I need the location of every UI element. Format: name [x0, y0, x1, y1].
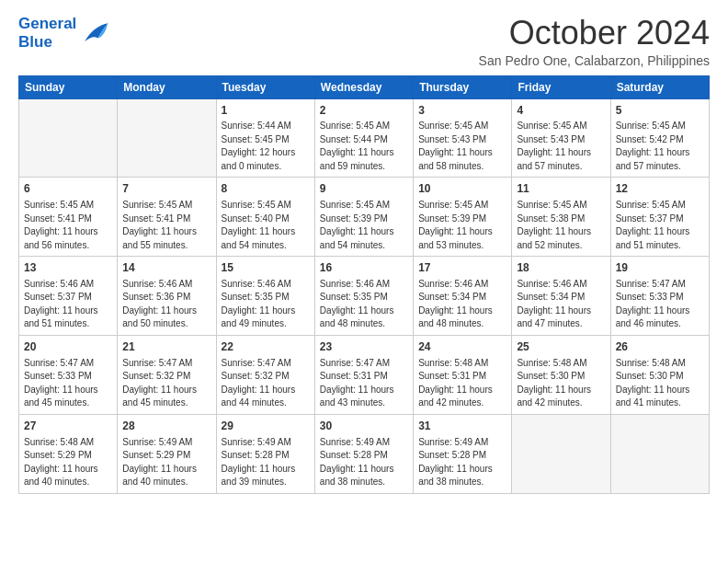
table-row: 6Sunrise: 5:45 AM Sunset: 5:41 PM Daylig…: [19, 178, 118, 257]
table-row: [610, 414, 709, 493]
day-info: Sunrise: 5:48 AM Sunset: 5:30 PM Dayligh…: [517, 357, 605, 410]
logo: General Blue: [18, 15, 111, 51]
day-info: Sunrise: 5:45 AM Sunset: 5:39 PM Dayligh…: [320, 199, 408, 252]
table-row: 5Sunrise: 5:45 AM Sunset: 5:42 PM Daylig…: [610, 98, 709, 178]
table-row: 11Sunrise: 5:45 AM Sunset: 5:38 PM Dayli…: [512, 178, 610, 257]
day-info: Sunrise: 5:46 AM Sunset: 5:36 PM Dayligh…: [122, 278, 210, 331]
day-info: Sunrise: 5:46 AM Sunset: 5:35 PM Dayligh…: [222, 278, 310, 331]
day-number: 4: [517, 103, 605, 119]
day-number: 27: [24, 419, 112, 434]
page-header: General Blue October 2024 San Pedro One,…: [18, 15, 710, 68]
table-row: 4Sunrise: 5:45 AM Sunset: 5:43 PM Daylig…: [512, 98, 610, 178]
day-number: 16: [320, 260, 408, 276]
day-number: 22: [222, 339, 310, 355]
day-number: 21: [122, 339, 210, 355]
calendar-table: Sunday Monday Tuesday Wednesday Thursday…: [18, 75, 710, 494]
table-row: [19, 98, 118, 178]
col-wednesday: Wednesday: [314, 75, 413, 98]
day-info: Sunrise: 5:47 AM Sunset: 5:33 PM Dayligh…: [616, 278, 704, 331]
day-number: 23: [320, 339, 408, 355]
day-info: Sunrise: 5:44 AM Sunset: 5:45 PM Dayligh…: [222, 120, 310, 173]
col-monday: Monday: [118, 75, 216, 98]
calendar-week-row: 13Sunrise: 5:46 AM Sunset: 5:37 PM Dayli…: [19, 257, 710, 336]
table-row: [512, 414, 610, 493]
table-row: 31Sunrise: 5:49 AM Sunset: 5:28 PM Dayli…: [414, 414, 512, 493]
calendar-week-row: 1Sunrise: 5:44 AM Sunset: 5:45 PM Daylig…: [19, 98, 710, 178]
day-number: 2: [320, 103, 408, 119]
day-number: 1: [222, 103, 310, 119]
day-number: 5: [616, 103, 704, 119]
table-row: 3Sunrise: 5:45 AM Sunset: 5:43 PM Daylig…: [414, 98, 512, 178]
day-number: 24: [418, 339, 506, 355]
day-info: Sunrise: 5:47 AM Sunset: 5:32 PM Dayligh…: [222, 357, 310, 410]
title-block: October 2024 San Pedro One, Calabarzon, …: [479, 15, 710, 68]
calendar-week-row: 27Sunrise: 5:48 AM Sunset: 5:29 PM Dayli…: [19, 414, 710, 493]
day-info: Sunrise: 5:47 AM Sunset: 5:31 PM Dayligh…: [320, 357, 408, 410]
table-row: 27Sunrise: 5:48 AM Sunset: 5:29 PM Dayli…: [19, 414, 118, 493]
month-title: October 2024: [479, 15, 710, 52]
day-info: Sunrise: 5:45 AM Sunset: 5:44 PM Dayligh…: [320, 120, 408, 173]
day-info: Sunrise: 5:46 AM Sunset: 5:37 PM Dayligh…: [24, 278, 112, 331]
day-number: 11: [517, 181, 605, 197]
day-number: 28: [122, 419, 210, 434]
day-number: 25: [517, 339, 605, 355]
col-tuesday: Tuesday: [216, 75, 314, 98]
table-row: 23Sunrise: 5:47 AM Sunset: 5:31 PM Dayli…: [314, 335, 413, 414]
day-info: Sunrise: 5:45 AM Sunset: 5:42 PM Dayligh…: [616, 120, 704, 173]
table-row: 26Sunrise: 5:48 AM Sunset: 5:30 PM Dayli…: [610, 335, 709, 414]
logo-bird-icon: [78, 17, 111, 50]
table-row: 7Sunrise: 5:45 AM Sunset: 5:41 PM Daylig…: [118, 178, 216, 257]
day-number: 17: [418, 260, 506, 276]
day-number: 13: [24, 260, 112, 276]
table-row: 21Sunrise: 5:47 AM Sunset: 5:32 PM Dayli…: [118, 335, 216, 414]
day-number: 19: [616, 260, 704, 276]
day-info: Sunrise: 5:49 AM Sunset: 5:29 PM Dayligh…: [122, 436, 210, 489]
day-info: Sunrise: 5:45 AM Sunset: 5:38 PM Dayligh…: [517, 199, 605, 252]
day-info: Sunrise: 5:45 AM Sunset: 5:41 PM Dayligh…: [122, 199, 210, 252]
table-row: 14Sunrise: 5:46 AM Sunset: 5:36 PM Dayli…: [118, 257, 216, 336]
day-info: Sunrise: 5:45 AM Sunset: 5:41 PM Dayligh…: [24, 199, 112, 252]
day-info: Sunrise: 5:45 AM Sunset: 5:43 PM Dayligh…: [418, 120, 506, 173]
table-row: 15Sunrise: 5:46 AM Sunset: 5:35 PM Dayli…: [216, 257, 314, 336]
day-info: Sunrise: 5:48 AM Sunset: 5:30 PM Dayligh…: [616, 357, 704, 410]
day-number: 9: [320, 181, 408, 197]
table-row: 17Sunrise: 5:46 AM Sunset: 5:34 PM Dayli…: [414, 257, 512, 336]
day-number: 8: [222, 181, 310, 197]
table-row: 18Sunrise: 5:46 AM Sunset: 5:34 PM Dayli…: [512, 257, 610, 336]
day-info: Sunrise: 5:49 AM Sunset: 5:28 PM Dayligh…: [418, 436, 506, 489]
table-row: 13Sunrise: 5:46 AM Sunset: 5:37 PM Dayli…: [19, 257, 118, 336]
table-row: 12Sunrise: 5:45 AM Sunset: 5:37 PM Dayli…: [610, 178, 709, 257]
day-number: 3: [418, 103, 506, 119]
day-number: 31: [418, 419, 506, 434]
calendar-header-row: Sunday Monday Tuesday Wednesday Thursday…: [19, 75, 710, 98]
day-info: Sunrise: 5:49 AM Sunset: 5:28 PM Dayligh…: [222, 436, 310, 489]
col-friday: Friday: [512, 75, 610, 98]
col-thursday: Thursday: [414, 75, 512, 98]
logo-line2: Blue: [18, 33, 76, 52]
day-info: Sunrise: 5:47 AM Sunset: 5:33 PM Dayligh…: [24, 357, 112, 410]
table-row: 29Sunrise: 5:49 AM Sunset: 5:28 PM Dayli…: [216, 414, 314, 493]
table-row: 1Sunrise: 5:44 AM Sunset: 5:45 PM Daylig…: [216, 98, 314, 178]
table-row: 16Sunrise: 5:46 AM Sunset: 5:35 PM Dayli…: [314, 257, 413, 336]
day-info: Sunrise: 5:46 AM Sunset: 5:34 PM Dayligh…: [418, 278, 506, 331]
calendar-week-row: 6Sunrise: 5:45 AM Sunset: 5:41 PM Daylig…: [19, 178, 710, 257]
day-info: Sunrise: 5:45 AM Sunset: 5:39 PM Dayligh…: [418, 199, 506, 252]
day-number: 10: [418, 181, 506, 197]
table-row: 9Sunrise: 5:45 AM Sunset: 5:39 PM Daylig…: [314, 178, 413, 257]
day-number: 14: [122, 260, 210, 276]
day-info: Sunrise: 5:47 AM Sunset: 5:32 PM Dayligh…: [122, 357, 210, 410]
day-number: 12: [616, 181, 704, 197]
table-row: 8Sunrise: 5:45 AM Sunset: 5:40 PM Daylig…: [216, 178, 314, 257]
table-row: 28Sunrise: 5:49 AM Sunset: 5:29 PM Dayli…: [118, 414, 216, 493]
table-row: [118, 98, 216, 178]
day-number: 29: [222, 419, 310, 434]
table-row: 20Sunrise: 5:47 AM Sunset: 5:33 PM Dayli…: [19, 335, 118, 414]
table-row: 2Sunrise: 5:45 AM Sunset: 5:44 PM Daylig…: [314, 98, 413, 178]
table-row: 24Sunrise: 5:48 AM Sunset: 5:31 PM Dayli…: [414, 335, 512, 414]
day-info: Sunrise: 5:46 AM Sunset: 5:34 PM Dayligh…: [517, 278, 605, 331]
table-row: 19Sunrise: 5:47 AM Sunset: 5:33 PM Dayli…: [610, 257, 709, 336]
table-row: 30Sunrise: 5:49 AM Sunset: 5:28 PM Dayli…: [314, 414, 413, 493]
table-row: 22Sunrise: 5:47 AM Sunset: 5:32 PM Dayli…: [216, 335, 314, 414]
day-number: 6: [24, 181, 112, 197]
col-sunday: Sunday: [19, 75, 118, 98]
